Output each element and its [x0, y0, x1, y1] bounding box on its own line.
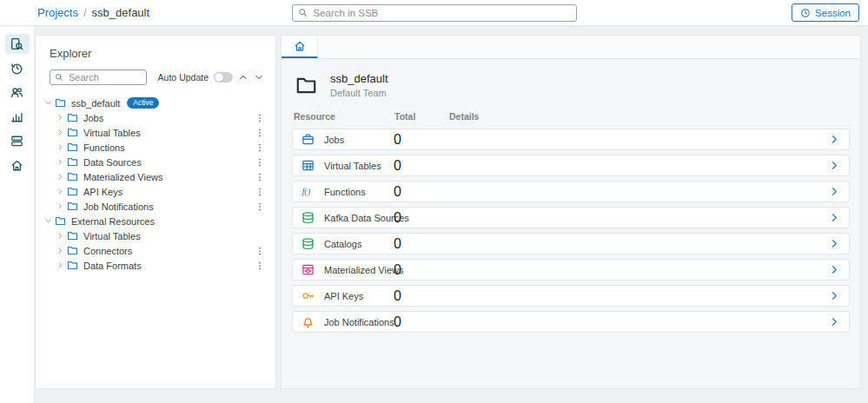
tree-item-job-notifications[interactable]: Job Notifications: [36, 199, 275, 214]
chevron-down-icon[interactable]: [254, 72, 264, 83]
caret-right-icon[interactable]: [53, 114, 67, 122]
api-keys-icon: [301, 289, 315, 302]
resource-label: Kafka Data Sources: [324, 213, 394, 223]
row-chevron-right-icon[interactable]: [829, 186, 840, 197]
tree-item-external-resources[interactable]: External Resources: [36, 214, 275, 228]
resource-list: Jobs0Virtual Tables0f()Functions0Kafka D…: [292, 129, 850, 333]
breadcrumb-projects[interactable]: Projects: [37, 6, 78, 19]
global-search[interactable]: [292, 4, 577, 22]
caret-right-icon[interactable]: [53, 188, 67, 196]
notifications-icon: [301, 315, 315, 328]
folder-icon: [67, 186, 78, 197]
chevron-down-icon: [44, 217, 52, 225]
caret-right-icon[interactable]: [53, 129, 67, 137]
folder-icon: [67, 260, 78, 271]
kebab-menu-icon[interactable]: [255, 246, 265, 256]
resource-row-jobs[interactable]: Jobs0: [292, 129, 850, 150]
caret-right-icon[interactable]: [53, 232, 67, 241]
tree-item-virtual-tables[interactable]: Virtual Tables: [36, 125, 275, 140]
rail-item-home[interactable]: [5, 155, 30, 175]
row-chevron-right-icon[interactable]: [829, 160, 840, 171]
kebab-menu-icon[interactable]: [255, 187, 265, 197]
resource-row-materialized-views[interactable]: Materialized Views0: [292, 259, 850, 281]
chevron-right-icon: [56, 129, 64, 136]
resource-total: 0: [394, 158, 448, 174]
tree-item-label: External Resources: [71, 216, 155, 227]
tree-item-label: ssb_default: [71, 98, 120, 109]
resource-row-virtual-tables[interactable]: Virtual Tables0: [292, 155, 850, 176]
session-button[interactable]: Session: [792, 3, 859, 22]
tree-item-label: Functions: [83, 142, 125, 153]
resource-label: Catalogs: [324, 239, 394, 249]
chevron-right-icon: [56, 261, 64, 269]
tab-home[interactable]: [282, 36, 318, 58]
chevron-down-icon: [44, 99, 52, 107]
kebab-menu-icon[interactable]: [255, 202, 265, 212]
tree-item-connectors[interactable]: Connectors: [36, 243, 275, 258]
servers-icon: [10, 135, 23, 148]
row-chevron-right-icon[interactable]: [829, 316, 840, 327]
resource-label: Job Notifications: [324, 317, 394, 327]
explorer-toolbar: Auto Update: [36, 69, 275, 93]
caret-right-icon[interactable]: [53, 247, 67, 255]
folder-icon: [67, 142, 78, 153]
kebab-menu-icon[interactable]: [255, 128, 265, 138]
resource-row-functions[interactable]: f()Functions0: [292, 181, 850, 202]
resource-row-catalogs[interactable]: Catalogs0: [292, 233, 850, 254]
kebab-menu-icon[interactable]: [255, 157, 265, 168]
row-chevron-right-icon[interactable]: [829, 290, 840, 301]
caret-down-icon[interactable]: [41, 99, 55, 108]
resource-total: 0: [394, 210, 448, 226]
rail-item-users[interactable]: [5, 83, 30, 102]
tree-item-label: Materialized Views: [83, 172, 163, 182]
caret-right-icon[interactable]: [53, 173, 67, 182]
explorer-title: Explorer: [36, 36, 275, 69]
tree-item-ssb-default[interactable]: ssb_defaultActive: [36, 96, 275, 110]
row-chevron-right-icon[interactable]: [829, 212, 840, 223]
tree-item-functions[interactable]: Functions: [36, 140, 275, 155]
row-chevron-right-icon[interactable]: [829, 238, 840, 249]
tree-item-jobs[interactable]: Jobs: [36, 110, 275, 125]
row-chevron-right-icon[interactable]: [829, 264, 840, 275]
caret-right-icon[interactable]: [53, 143, 67, 152]
resource-row-kafka-data-sources[interactable]: Kafka Data Sources0: [292, 207, 850, 228]
resource-row-job-notifications[interactable]: Job Notifications0: [292, 311, 850, 333]
breadcrumb: Projects / ssb_default: [37, 6, 149, 19]
session-button-label: Session: [815, 8, 851, 18]
tree-item-virtual-tables[interactable]: Virtual Tables: [36, 228, 275, 243]
kebab-menu-icon[interactable]: [255, 261, 265, 271]
row-chevron-right-icon[interactable]: [829, 134, 840, 145]
cloudera-logo-icon[interactable]: [12, 4, 29, 21]
tree-item-label: Data Sources: [83, 157, 142, 168]
caret-right-icon[interactable]: [53, 158, 67, 167]
tree-item-label: Virtual Tables: [83, 231, 141, 241]
global-search-input[interactable]: [312, 7, 571, 19]
explorer-search[interactable]: [50, 69, 147, 85]
tree-item-data-sources[interactable]: Data Sources: [36, 155, 275, 169]
kebab-menu-icon[interactable]: [255, 142, 265, 153]
caret-down-icon[interactable]: [41, 217, 55, 226]
caret-right-icon[interactable]: [53, 202, 67, 211]
rail-item-monitoring[interactable]: [5, 107, 30, 127]
kebab-menu-icon[interactable]: [255, 172, 265, 182]
auto-update-toggle[interactable]: [214, 72, 233, 83]
rail-item-history[interactable]: [5, 58, 30, 78]
chevron-up-icon[interactable]: [238, 72, 248, 83]
tree-item-materialized-views[interactable]: Materialized Views: [36, 169, 275, 184]
explorer-search-input[interactable]: [67, 71, 142, 83]
rail-item-servers[interactable]: [5, 131, 30, 151]
resource-row-api-keys[interactable]: API Keys0: [292, 285, 850, 307]
tree-item-api-keys[interactable]: API Keys: [36, 184, 275, 199]
tree-item-data-formats[interactable]: Data Formats: [36, 258, 275, 273]
jobs-icon: [301, 133, 315, 146]
content-area: Explorer Auto Update ssb_defaultActiveJo…: [0, 26, 868, 403]
caret-right-icon[interactable]: [53, 261, 67, 270]
nav-rail: [0, 26, 35, 403]
rail-item-explorer[interactable]: [5, 34, 30, 54]
kebab-menu-icon[interactable]: [255, 113, 265, 123]
table-header: Resource Total Details: [294, 111, 850, 122]
folder-icon: [67, 201, 78, 212]
main-panel: ssb_default Default Team Resource Total …: [281, 35, 861, 389]
auto-update-label: Auto Update: [158, 72, 209, 83]
materialized-views-icon: [301, 263, 315, 276]
